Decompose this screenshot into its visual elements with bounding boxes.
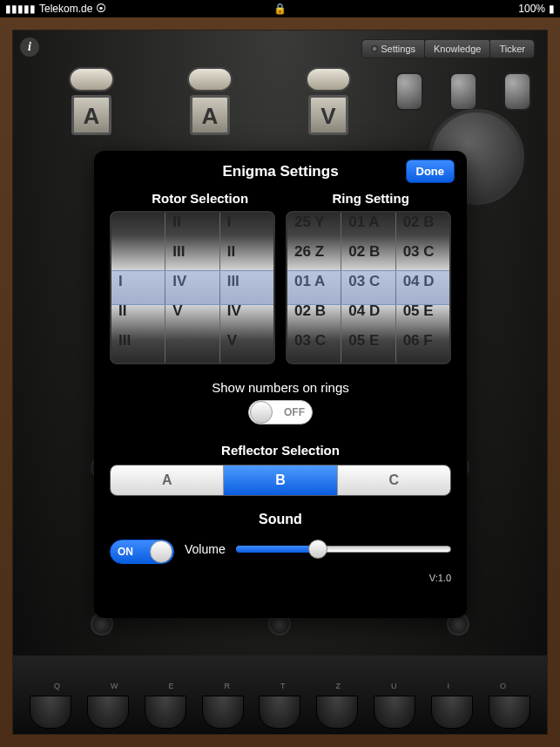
picker-item: 01 A — [294, 273, 341, 302]
picker-item: 02 B — [294, 302, 341, 332]
picker-item: 01 A — [348, 214, 395, 243]
picker-item: V — [227, 332, 273, 362]
toggle-state-label: ON — [118, 546, 133, 558]
reflector-label: Reflector Selection — [110, 443, 451, 458]
toggle-state-label: OFF — [284, 406, 305, 418]
rotor-picker[interactable]: I II III II III IV V I II III IV V — [110, 211, 275, 364]
signal-icon: ▮▮▮▮▮ — [5, 3, 36, 15]
picker-item: I — [227, 214, 273, 243]
volume-label: Volume — [185, 542, 226, 556]
ring-picker[interactable]: 25 Y 26 Z 01 A 02 B 03 C 01 A 02 B 03 C … — [286, 211, 451, 364]
reflector-option-c[interactable]: C — [338, 465, 450, 495]
keyboard-labels: QWERTZUIO — [13, 682, 547, 690]
carrier-label: Telekom.de — [39, 3, 92, 15]
reflector-option-a[interactable]: A — [111, 465, 224, 495]
key[interactable] — [202, 696, 244, 729]
battery-icon: ▮ — [549, 3, 555, 15]
tab-settings-label: Settings — [381, 44, 415, 54]
bolt-row — [395, 72, 531, 111]
picker-item — [118, 214, 165, 243]
picker-item: 03 C — [348, 273, 395, 302]
key[interactable] — [316, 696, 358, 729]
ring-setting-label: Ring Setting — [332, 191, 408, 206]
key[interactable] — [145, 696, 186, 729]
picker-item: II — [227, 243, 273, 273]
top-tab-bar: Settings Knowledge Ticker — [362, 39, 535, 58]
picker-item: 02 B — [348, 243, 395, 273]
bolt — [449, 72, 477, 111]
rotor-thumbwheel[interactable] — [187, 67, 233, 92]
done-button[interactable]: Done — [406, 160, 455, 183]
volume-slider[interactable] — [236, 545, 451, 553]
picker-item: 04 D — [403, 273, 449, 302]
key[interactable] — [489, 696, 530, 729]
bolt — [395, 72, 423, 111]
settings-modal: Enigma Settings Done Rotor Selection Rin… — [94, 151, 467, 618]
tab-knowledge[interactable]: Knowledge — [424, 39, 490, 58]
picker-item — [172, 332, 219, 362]
rotor-window-1[interactable]: A — [71, 95, 111, 135]
screw-icon — [371, 45, 378, 52]
rotor-window-2[interactable]: A — [190, 95, 230, 135]
tab-settings[interactable]: Settings — [361, 39, 425, 58]
picker-item: 26 Z — [294, 243, 341, 273]
slider-fill — [236, 546, 318, 553]
version-label: V:1.0 — [110, 573, 451, 583]
reflector-option-b[interactable]: B — [224, 465, 337, 495]
picker-item: IV — [227, 302, 273, 332]
picker-item: III — [118, 332, 165, 362]
picker-item: III — [172, 243, 219, 273]
picker-item: II — [118, 302, 165, 332]
bolt — [503, 72, 531, 111]
key[interactable] — [374, 696, 415, 729]
rotor-thumbwheel[interactable] — [69, 67, 114, 92]
info-icon[interactable]: i — [20, 37, 39, 57]
picker-item: 03 C — [403, 243, 449, 273]
rotor-picker-col-3[interactable]: I II III IV V — [220, 213, 273, 363]
picker-item: 05 E — [403, 302, 449, 332]
picker-item: 05 E — [348, 332, 395, 362]
rotor-picker-col-1[interactable]: I II III — [111, 213, 165, 363]
slider-thumb[interactable] — [308, 540, 327, 559]
key[interactable] — [87, 696, 129, 729]
rotor-window-3[interactable]: V — [308, 95, 348, 135]
tab-ticker[interactable]: Ticker — [489, 39, 535, 58]
tab-knowledge-label: Knowledge — [434, 44, 481, 54]
show-numbers-toggle[interactable]: OFF — [248, 400, 313, 424]
picker-item: 03 C — [294, 332, 341, 362]
keyboard: QWERTZUIO — [13, 655, 547, 734]
ring-picker-col-2[interactable]: 01 A 02 B 03 C 04 D 05 E — [341, 213, 395, 363]
wifi-icon: ⦿ — [96, 3, 106, 15]
status-bar: ▮▮▮▮▮ Telekom.de ⦿ 🔒 100% ▮ — [0, 0, 560, 17]
sound-label: Sound — [110, 512, 451, 527]
picker-item: I — [118, 273, 165, 302]
picker-item: V — [172, 302, 219, 332]
rotor-selection-label: Rotor Selection — [152, 191, 248, 206]
reflector-segmented: A B C — [110, 465, 451, 496]
picker-item: 02 B — [403, 214, 449, 243]
rotor-thumbwheel[interactable] — [306, 67, 351, 92]
rotor-picker-col-2[interactable]: II III IV V — [165, 213, 219, 363]
picker-item: IV — [172, 273, 219, 302]
tab-ticker-label: Ticker — [499, 44, 525, 54]
ring-picker-col-1[interactable]: 25 Y 26 Z 01 A 02 B 03 C — [287, 213, 341, 363]
picker-item: III — [227, 273, 273, 302]
battery-label: 100% — [518, 3, 545, 15]
toggle-knob — [150, 540, 172, 563]
picker-item: II — [172, 214, 219, 243]
key[interactable] — [259, 696, 300, 729]
ring-picker-col-3[interactable]: 02 B 03 C 04 D 05 E 06 F — [396, 213, 449, 363]
toggle-knob — [250, 401, 273, 424]
picker-item — [118, 243, 165, 273]
sound-toggle[interactable]: ON — [110, 540, 174, 564]
modal-title: Enigma Settings — [222, 163, 338, 180]
picker-item: 04 D — [348, 302, 395, 332]
picker-item: 25 Y — [294, 214, 341, 243]
key[interactable] — [30, 696, 71, 729]
picker-item: 06 F — [403, 332, 449, 362]
key[interactable] — [431, 696, 473, 729]
show-numbers-label: Show numbers on rings — [110, 380, 451, 395]
lock-icon: 🔒 — [273, 3, 287, 15]
